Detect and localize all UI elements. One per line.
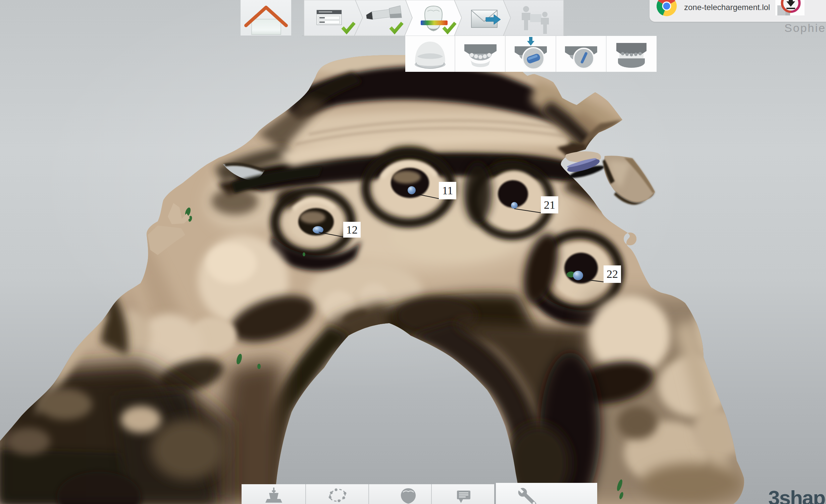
svg-text:zone-telechargement.lol: zone-telechargement.lol: [684, 3, 770, 12]
